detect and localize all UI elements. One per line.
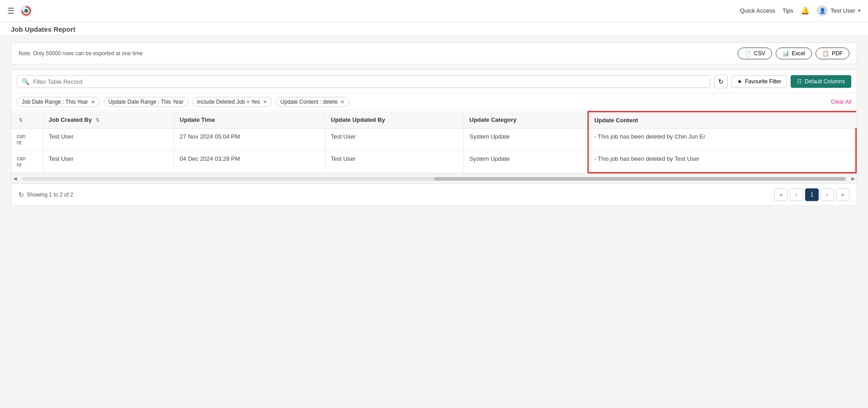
extra-text-2-line1: can — [17, 155, 38, 162]
default-columns-label: Default Columns — [805, 78, 845, 85]
filter-tag-update-date-range-label: Update Date Range : This Year — [109, 99, 184, 105]
extra-text-1-line2: nt — [17, 139, 38, 146]
filter-tag-job-date-range: Job Date Range : This Year ✕ — [17, 97, 100, 107]
search-input[interactable] — [33, 78, 706, 85]
quick-access-link[interactable]: Quick Access — [740, 7, 775, 14]
cell-update-updated-by-1: Test User — [325, 129, 464, 151]
pdf-icon: 📋 — [822, 50, 829, 57]
pdf-label: PDF — [832, 50, 843, 57]
filter-tag-include-deleted-close[interactable]: ✕ — [263, 99, 267, 105]
filter-tag-update-date-range: Update Date Range : This Year — [104, 97, 189, 107]
filter-tag-job-date-range-close[interactable]: ✕ — [91, 99, 95, 105]
excel-icon: 📊 — [782, 50, 789, 57]
search-wrapper: 🔍 — [17, 75, 711, 88]
star-icon: ★ — [737, 78, 742, 85]
col-update-category-label: Update Category — [469, 116, 516, 123]
user-name-label: Test User — [830, 7, 855, 14]
extra-text-1-line1: can — [17, 133, 38, 139]
user-menu[interactable]: 👤 Test User ▾ — [817, 5, 861, 16]
cell-extra-1: can nt — [11, 129, 43, 151]
table-row: can nt Test User 27 Nov 2024 05:04 PM Te… — [11, 129, 856, 151]
default-columns-button[interactable]: ☷ Default Columns — [791, 75, 851, 88]
notification-bell-icon[interactable]: 🔔 — [801, 6, 810, 15]
chevron-down-icon: ▾ — [858, 8, 861, 14]
next-page-button[interactable]: › — [820, 188, 834, 201]
sort-icon-job-created-by: ⇅ — [95, 117, 100, 123]
showing-text-area: ↻ Showing 1 to 2 of 2 — [19, 191, 73, 198]
table-container: 🔍 ↻ ★ Favourite Filter ☷ Default Columns… — [11, 70, 857, 206]
cell-extra-2: can nt — [11, 151, 43, 173]
col-header-update-category: Update Category — [464, 112, 588, 129]
favourite-filter-button[interactable]: ★ Favourite Filter — [731, 75, 787, 88]
filter-tag-include-deleted-label: Include Deleted Job = Yes — [197, 99, 260, 105]
filter-tag-job-date-range-label: Job Date Range : This Year — [22, 99, 88, 105]
first-page-button[interactable]: « — [774, 188, 788, 201]
last-page-button[interactable]: » — [836, 188, 849, 201]
top-navigation: ☰ Quick Access Tips 🔔 👤 Test User ▾ — [0, 0, 868, 22]
page-title-bar: Job Updates Report — [0, 22, 868, 35]
filter-tags-bar: Job Date Range : This Year ✕ Update Date… — [11, 93, 857, 111]
showing-text: Showing 1 to 2 of 2 — [27, 192, 73, 198]
col-header-update-time: Update Time — [174, 112, 325, 129]
export-buttons-group: 📄 CSV 📊 Excel 📋 PDF — [738, 48, 849, 59]
col-header-update-content: Update Content — [588, 112, 856, 129]
note-bar: Note: Only 50000 rows can be exported at… — [11, 43, 857, 64]
pagination-controls: « ‹ 1 › » — [774, 188, 849, 201]
logo-icon — [20, 5, 33, 17]
refresh-icon: ↻ — [718, 78, 724, 85]
table-header-row: ⇅ Job Created By ⇅ Update Time Update Up… — [11, 112, 856, 129]
note-text: Note: Only 50000 rows can be exported at… — [19, 50, 143, 57]
table-row: can nt Test User 04 Dec 2024 03:28 PM Te… — [11, 151, 856, 173]
col-header-extra: ⇅ — [11, 112, 43, 129]
col-update-time-label: Update Time — [180, 116, 215, 123]
scroll-thumb — [434, 177, 846, 181]
cell-update-category-2: System Update — [464, 151, 588, 173]
cell-job-created-by-2: Test User — [43, 151, 174, 173]
tips-link[interactable]: Tips — [782, 7, 793, 14]
excel-export-button[interactable]: 📊 Excel — [776, 48, 812, 59]
cell-update-time-1: 27 Nov 2024 05:04 PM — [174, 129, 325, 151]
pdf-export-button[interactable]: 📋 PDF — [816, 48, 849, 59]
extra-text-2-line2: nt — [17, 162, 38, 168]
main-content: Note: Only 50000 rows can be exported at… — [0, 35, 868, 213]
scroll-right-arrow[interactable]: ▶ — [849, 176, 857, 182]
col-job-created-by-label: Job Created By — [49, 116, 92, 123]
pagination-bar: ↻ Showing 1 to 2 of 2 « ‹ 1 › » — [11, 183, 857, 206]
scroll-left-arrow[interactable]: ◀ — [11, 176, 19, 182]
col-header-job-created-by[interactable]: Job Created By ⇅ — [43, 112, 174, 129]
table-scroll-area[interactable]: ⇅ Job Created By ⇅ Update Time Update Up… — [11, 111, 857, 173]
col-update-content-label: Update Content — [594, 117, 638, 124]
col-update-updated-by-label: Update Updated By — [331, 116, 385, 123]
filter-tag-update-content: Update Content : delete ✕ — [276, 97, 350, 107]
refresh-small-icon[interactable]: ↻ — [19, 191, 24, 198]
hamburger-menu-icon[interactable]: ☰ — [7, 6, 14, 16]
clear-all-button[interactable]: Clear All — [831, 99, 851, 105]
page-title: Job Updates Report — [11, 25, 76, 33]
page-1-button[interactable]: 1 — [805, 188, 819, 201]
cell-update-content-2: - This job has been deleted by Test User — [588, 151, 856, 173]
filter-tag-include-deleted: Include Deleted Job = Yes ✕ — [192, 97, 272, 107]
csv-icon: 📄 — [744, 50, 751, 57]
scroll-track[interactable] — [22, 177, 846, 181]
filter-tag-update-content-close[interactable]: ✕ — [340, 99, 344, 105]
prev-page-button[interactable]: ‹ — [790, 188, 803, 201]
avatar: 👤 — [817, 5, 828, 16]
col-header-update-updated-by: Update Updated By — [325, 112, 464, 129]
horizontal-scrollbar[interactable]: ◀ ▶ — [11, 173, 857, 183]
excel-label: Excel — [792, 50, 805, 57]
data-table: ⇅ Job Created By ⇅ Update Time Update Up… — [11, 111, 857, 173]
search-icon: 🔍 — [22, 78, 29, 85]
svg-point-1 — [24, 9, 28, 13]
refresh-button[interactable]: ↻ — [714, 75, 728, 88]
filter-bar: 🔍 ↻ ★ Favourite Filter ☷ Default Columns — [11, 70, 857, 93]
cell-update-updated-by-2: Test User — [325, 151, 464, 173]
sort-icon-extra: ⇅ — [19, 117, 23, 123]
cell-update-category-1: System Update — [464, 129, 588, 151]
favourite-label: Favourite Filter — [745, 78, 781, 85]
csv-export-button[interactable]: 📄 CSV — [738, 48, 772, 59]
columns-icon: ☷ — [797, 78, 802, 85]
filter-tag-update-content-label: Update Content : delete — [281, 99, 338, 105]
csv-label: CSV — [754, 50, 765, 57]
cell-update-content-1: - This job has been deleted by Chin Jun … — [588, 129, 856, 151]
cell-job-created-by-1: Test User — [43, 129, 174, 151]
